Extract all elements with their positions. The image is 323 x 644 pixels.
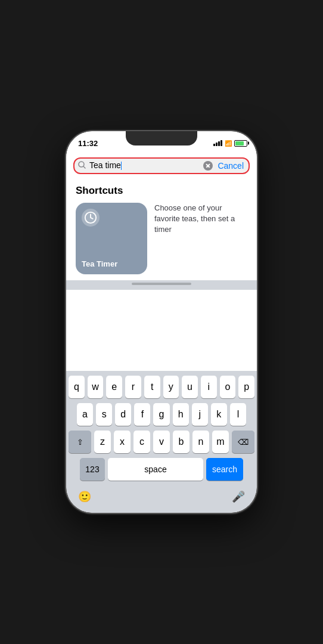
key-f[interactable]: f: [134, 403, 150, 426]
search-bar[interactable]: Tea time Cancel: [73, 157, 250, 174]
shift-key[interactable]: ⇧: [69, 431, 91, 453]
status-time: 11:32: [78, 139, 98, 148]
key-s[interactable]: s: [96, 403, 112, 426]
key-v[interactable]: v: [153, 431, 170, 453]
search-area: Tea time Cancel: [66, 153, 257, 179]
search-button[interactable]: search: [206, 458, 243, 481]
key-t[interactable]: t: [144, 376, 160, 398]
key-d[interactable]: d: [115, 403, 131, 426]
keyboard: q w e r t y u i o p a s d f g h j k: [66, 371, 257, 513]
notch: [126, 131, 197, 145]
delete-key[interactable]: ⌫: [232, 431, 254, 453]
key-o[interactable]: o: [220, 376, 236, 398]
key-y[interactable]: y: [163, 376, 179, 398]
emoji-key[interactable]: 🙂: [76, 488, 94, 506]
key-h[interactable]: h: [173, 403, 189, 426]
key-n[interactable]: n: [192, 431, 209, 453]
shortcut-item[interactable]: Tea Timer Choose one of your favorite te…: [76, 203, 247, 274]
svg-line-1: [83, 166, 85, 168]
battery-icon: [234, 140, 247, 147]
key-x[interactable]: x: [114, 431, 131, 453]
key-l[interactable]: l: [230, 403, 246, 426]
shortcut-icon-wrap: [82, 209, 100, 227]
wifi-icon: 📶: [225, 140, 232, 147]
shortcut-name: Tea Timer: [82, 259, 117, 268]
key-p[interactable]: p: [238, 376, 254, 398]
phone-frame: 11:32 📶: [66, 131, 257, 513]
key-c[interactable]: c: [133, 431, 150, 453]
home-indicator: [132, 283, 191, 285]
keyboard-row-1: q w e r t y u i o p: [69, 376, 254, 398]
key-j[interactable]: j: [192, 403, 208, 426]
key-u[interactable]: u: [182, 376, 198, 398]
signal-icon: [213, 140, 222, 146]
numbers-key[interactable]: 123: [80, 458, 105, 481]
search-input[interactable]: Tea time: [89, 160, 200, 172]
search-clear-button[interactable]: [203, 161, 213, 171]
search-results: Shortcuts Tea Timer Choose one of your f…: [66, 179, 257, 280]
key-e[interactable]: e: [106, 376, 122, 398]
shortcut-description: Choose one of your favorite teas, then s…: [154, 203, 247, 236]
shortcut-card[interactable]: Tea Timer: [76, 203, 147, 274]
status-icons: 📶: [213, 140, 247, 147]
key-a[interactable]: a: [77, 403, 93, 426]
home-indicator-area: [66, 280, 257, 290]
phone-screen: 11:32 📶: [66, 131, 257, 513]
space-key[interactable]: space: [108, 458, 203, 481]
search-query-text: Tea time: [89, 160, 121, 170]
keyboard-row-2: a s d f g h j k l: [69, 403, 254, 426]
shortcuts-section-title: Shortcuts: [76, 185, 247, 197]
key-g[interactable]: g: [153, 403, 169, 426]
key-z[interactable]: z: [94, 431, 111, 453]
key-m[interactable]: m: [212, 431, 229, 453]
keyboard-bottom-bar: 🙂 🎤: [69, 485, 254, 510]
microphone-key[interactable]: 🎤: [229, 488, 247, 506]
key-w[interactable]: w: [88, 376, 104, 398]
key-q[interactable]: q: [69, 376, 85, 398]
key-k[interactable]: k: [211, 403, 227, 426]
key-r[interactable]: r: [125, 376, 141, 398]
keyboard-row-3: ⇧ z x c v b n m ⌫: [69, 431, 254, 453]
cursor: [121, 162, 122, 170]
search-icon: [78, 161, 86, 171]
battery-fill: [235, 141, 244, 145]
cancel-button[interactable]: Cancel: [216, 161, 245, 171]
key-i[interactable]: i: [201, 376, 217, 398]
key-b[interactable]: b: [173, 431, 190, 453]
keyboard-row-4: 123 space search: [69, 458, 254, 481]
